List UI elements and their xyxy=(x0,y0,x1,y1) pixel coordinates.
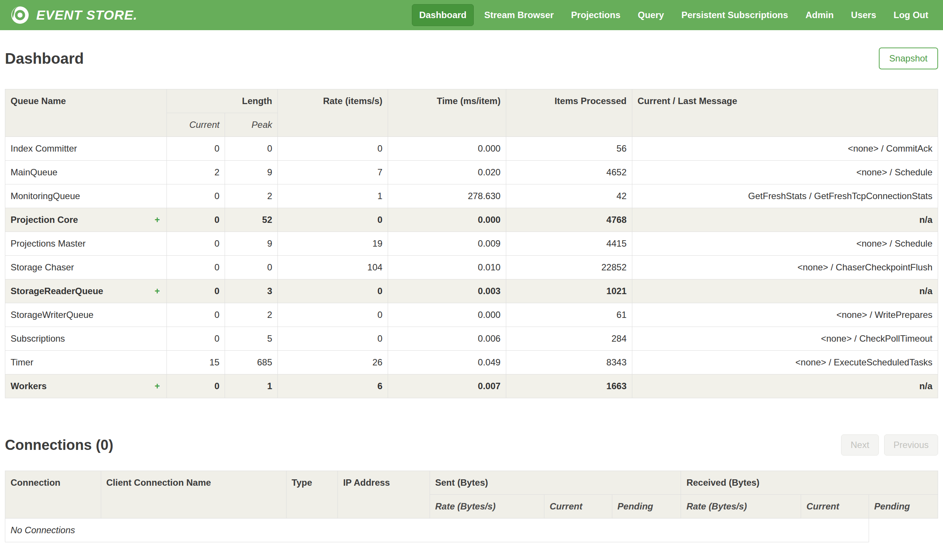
expand-queue-button[interactable]: + xyxy=(153,285,161,297)
nav-items: DashboardStream BrowserProjectionsQueryP… xyxy=(412,4,935,26)
col-header-received-pending: Pending xyxy=(869,495,938,518)
col-header-message: Current / Last Message xyxy=(632,89,938,137)
nav-item-users[interactable]: Users xyxy=(844,5,883,26)
queue-time-cell: 0.006 xyxy=(388,327,506,351)
pager: Next Previous xyxy=(841,434,938,455)
queue-row: Subscriptions0500.006284<none> / CheckPo… xyxy=(5,327,938,351)
queue-peak-cell: 5 xyxy=(225,327,278,351)
queue-row: Storage Chaser001040.01022852<none> / Ch… xyxy=(5,256,938,280)
queue-message-cell: <none> / Schedule xyxy=(632,232,938,256)
nav-item-stream-browser[interactable]: Stream Browser xyxy=(477,5,560,26)
queue-items-cell: 4652 xyxy=(506,161,632,185)
previous-button[interactable]: Previous xyxy=(884,434,938,455)
queue-rate-cell: 0 xyxy=(278,137,388,161)
queue-current-cell: 0 xyxy=(167,303,225,327)
queue-peak-cell: 9 xyxy=(225,232,278,256)
queue-rate-cell: 26 xyxy=(278,351,388,374)
queue-peak-cell: 0 xyxy=(225,256,278,280)
queue-name: StorageReaderQueue xyxy=(11,285,103,297)
queue-name-cell: Subscriptions xyxy=(5,327,167,351)
queue-name-cell: Projections Master xyxy=(5,232,167,256)
queue-message-cell: n/a xyxy=(632,374,938,398)
queue-time-cell: 0.000 xyxy=(388,137,506,161)
queue-rate-cell: 0 xyxy=(278,208,388,232)
queue-current-cell: 0 xyxy=(167,327,225,351)
queue-table-body: Index Committer0000.00056<none> / Commit… xyxy=(5,137,938,398)
queue-row: Workers+0160.0071663n/a xyxy=(5,374,938,398)
queue-rate-cell: 104 xyxy=(278,256,388,280)
queue-items-cell: 56 xyxy=(506,137,632,161)
nav-item-query[interactable]: Query xyxy=(631,5,671,26)
connections-table-head: Connection Client Connection Name Type I… xyxy=(5,471,938,518)
queue-message-cell: n/a xyxy=(632,208,938,232)
connections-title: Connections (0) xyxy=(5,437,113,453)
queue-row: Timer15685260.0498343<none> / ExecuteSch… xyxy=(5,351,938,374)
queue-name-cell: MainQueue xyxy=(5,161,167,185)
col-header-type: Type xyxy=(286,471,338,518)
queue-current-cell: 0 xyxy=(167,256,225,280)
queue-peak-cell: 685 xyxy=(225,351,278,374)
queue-message-cell: <none> / Schedule xyxy=(632,161,938,185)
queue-message-cell: n/a xyxy=(632,280,938,303)
queue-name: Index Committer xyxy=(11,143,77,154)
eventstore-logo-icon xyxy=(10,5,30,25)
queue-name-cell: Projection Core+ xyxy=(5,208,167,232)
queue-rate-cell: 0 xyxy=(278,280,388,303)
next-button[interactable]: Next xyxy=(841,434,878,455)
queue-items-cell: 8343 xyxy=(506,351,632,374)
queue-message-cell: <none> / ExecuteScheduledTasks xyxy=(632,351,938,374)
nav-item-projections[interactable]: Projections xyxy=(564,5,627,26)
queue-name: StorageWriterQueue xyxy=(11,309,94,320)
queue-items-cell: 42 xyxy=(506,185,632,208)
queue-time-cell: 0.007 xyxy=(388,374,506,398)
col-header-sent-current: Current xyxy=(544,495,612,518)
col-header-queue-name: Queue Name xyxy=(5,89,167,137)
expand-queue-button[interactable]: + xyxy=(153,214,161,226)
queue-name-cell: StorageReaderQueue+ xyxy=(5,280,167,303)
queue-peak-cell: 1 xyxy=(225,374,278,398)
col-header-received-rate: Rate (Bytes/s) xyxy=(681,495,801,518)
queue-current-cell: 0 xyxy=(167,185,225,208)
col-header-client-connection-name: Client Connection Name xyxy=(101,471,286,518)
nav-item-dashboard[interactable]: Dashboard xyxy=(412,4,473,26)
queue-name-cell: MonitoringQueue xyxy=(5,185,167,208)
queue-name: Workers xyxy=(11,380,47,392)
queue-peak-cell: 3 xyxy=(225,280,278,303)
queue-rate-cell: 7 xyxy=(278,161,388,185)
queue-current-cell: 0 xyxy=(167,137,225,161)
queue-time-cell: 0.049 xyxy=(388,351,506,374)
queue-time-cell: 0.010 xyxy=(388,256,506,280)
queue-peak-cell: 52 xyxy=(225,208,278,232)
nav-item-persistent-subscriptions[interactable]: Persistent Subscriptions xyxy=(674,5,795,26)
nav-item-admin[interactable]: Admin xyxy=(799,5,841,26)
col-header-peak: Peak xyxy=(225,113,278,137)
queue-row: StorageReaderQueue+0300.0031021n/a xyxy=(5,280,938,303)
queue-name: Timer xyxy=(11,357,33,368)
page-header: Dashboard Snapshot xyxy=(5,48,938,69)
queue-time-cell: 0.000 xyxy=(388,208,506,232)
col-header-ip-address: IP Address xyxy=(338,471,430,518)
queue-rate-cell: 6 xyxy=(278,374,388,398)
snapshot-button[interactable]: Snapshot xyxy=(879,48,938,69)
queue-name-cell: Storage Chaser xyxy=(5,256,167,280)
col-header-sent: Sent (Bytes) xyxy=(430,471,681,495)
queue-items-cell: 284 xyxy=(506,327,632,351)
nav-item-log-out[interactable]: Log Out xyxy=(887,5,935,26)
queue-current-cell: 0 xyxy=(167,208,225,232)
queue-name: Storage Chaser xyxy=(11,262,74,273)
queue-name: Subscriptions xyxy=(11,333,65,344)
col-header-rate: Rate (items/s) xyxy=(278,89,388,137)
queue-current-cell: 0 xyxy=(167,374,225,398)
col-header-length: Length xyxy=(167,89,278,113)
queue-peak-cell: 2 xyxy=(225,185,278,208)
col-header-current: Current xyxy=(167,113,225,137)
connections-table-body: No Connections xyxy=(5,518,938,542)
col-header-connection: Connection xyxy=(5,471,101,518)
col-header-sent-pending: Pending xyxy=(612,495,681,518)
connections-header: Connections (0) Next Previous xyxy=(5,434,938,455)
queue-time-cell: 0.000 xyxy=(388,303,506,327)
queue-rate-cell: 0 xyxy=(278,303,388,327)
queue-rate-cell: 0 xyxy=(278,327,388,351)
expand-queue-button[interactable]: + xyxy=(153,380,161,392)
queue-peak-cell: 0 xyxy=(225,137,278,161)
